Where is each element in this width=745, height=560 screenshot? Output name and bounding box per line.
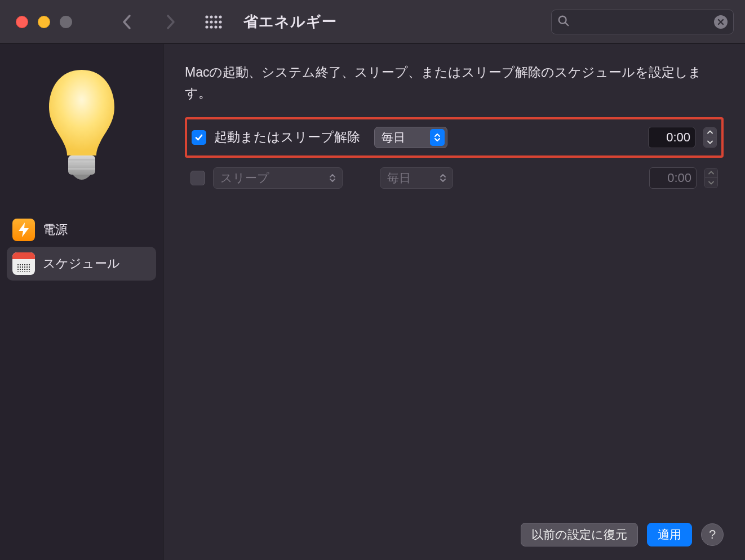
pane-icon <box>0 50 163 207</box>
chevron-down-icon <box>708 181 714 185</box>
time-value: 0:00 <box>667 171 691 185</box>
check-icon <box>194 133 203 142</box>
sidebar-item-power[interactable]: 電源 <box>7 213 156 247</box>
stepper-up-button[interactable] <box>704 128 716 137</box>
chevron-down-icon <box>707 140 713 144</box>
sidebar-item-schedule[interactable]: スケジュール <box>7 247 156 281</box>
svg-point-5 <box>210 20 212 23</box>
page-title: 省エネルギー <box>243 12 551 32</box>
select-caret-icon <box>436 170 450 186</box>
stepper-up-button[interactable] <box>705 168 717 178</box>
calendar-icon <box>12 252 35 275</box>
bolt-icon <box>12 219 35 241</box>
sidebar-item-label: 電源 <box>43 221 68 238</box>
sleep-time-stepper[interactable] <box>704 168 718 188</box>
select-value: 毎日 <box>382 130 405 145</box>
sleep-action-select[interactable]: スリープ <box>213 167 343 189</box>
chevron-left-icon <box>122 14 133 30</box>
grid-icon <box>205 15 224 29</box>
svg-point-6 <box>214 20 217 23</box>
svg-point-2 <box>214 15 217 18</box>
svg-point-11 <box>219 25 221 28</box>
schedule-row-startup: 起動またはスリープ解除 毎日 0:00 <box>185 117 724 158</box>
svg-point-3 <box>219 15 221 18</box>
main-panel: Macの起動、システム終了、スリープ、またはスリープ解除のスケジュールを設定しま… <box>163 44 745 560</box>
svg-point-8 <box>205 25 208 28</box>
apply-button[interactable]: 適用 <box>647 523 692 546</box>
select-caret-icon <box>430 129 445 146</box>
forward-button[interactable] <box>160 12 180 32</box>
stepper-down-button[interactable] <box>704 137 716 147</box>
zoom-window-button[interactable] <box>60 16 72 28</box>
clear-search-button[interactable] <box>714 15 728 29</box>
search-field[interactable] <box>551 10 734 34</box>
minimize-window-button[interactable] <box>38 16 50 28</box>
svg-point-1 <box>210 15 212 18</box>
sidebar-item-label: スケジュール <box>43 255 120 272</box>
svg-point-9 <box>210 25 212 28</box>
sidebar: 電源 スケジュール <box>0 44 163 560</box>
help-button[interactable]: ? <box>701 523 724 546</box>
x-icon <box>717 19 724 25</box>
select-value: スリープ <box>220 170 269 186</box>
startup-checkbox[interactable] <box>192 130 206 145</box>
chevron-up-icon <box>708 171 714 175</box>
restore-defaults-button[interactable]: 以前の設定に復元 <box>521 523 638 546</box>
chevron-right-icon <box>165 14 176 30</box>
sleep-frequency-select[interactable]: 毎日 <box>380 167 453 189</box>
search-input[interactable] <box>574 16 714 28</box>
time-value: 0:00 <box>666 130 690 145</box>
svg-rect-14 <box>68 159 95 161</box>
svg-point-0 <box>205 15 208 18</box>
svg-point-10 <box>214 25 217 28</box>
startup-time-stepper[interactable] <box>703 127 717 148</box>
sleep-time-field[interactable]: 0:00 <box>649 167 697 189</box>
schedule-row-sleep: スリープ 毎日 0:00 <box>185 158 724 198</box>
svg-point-4 <box>205 20 208 23</box>
startup-time-field[interactable]: 0:00 <box>648 127 695 148</box>
svg-rect-16 <box>68 168 95 170</box>
stepper-down-button[interactable] <box>705 177 717 188</box>
select-value: 毎日 <box>387 170 411 186</box>
svg-rect-15 <box>68 163 95 165</box>
select-caret-icon <box>325 170 340 186</box>
svg-point-7 <box>219 20 221 23</box>
show-all-button[interactable] <box>203 15 227 29</box>
startup-label: 起動またはスリープ解除 <box>214 128 366 146</box>
window-controls <box>16 16 72 28</box>
sleep-checkbox[interactable] <box>190 171 205 185</box>
back-button[interactable] <box>117 12 138 32</box>
lightbulb-icon <box>42 66 121 190</box>
search-icon <box>557 15 570 29</box>
close-window-button[interactable] <box>16 16 28 28</box>
panel-description: Macの起動、システム終了、スリープ、またはスリープ解除のスケジュールを設定しま… <box>185 62 724 104</box>
chevron-up-icon <box>707 130 713 134</box>
footer-actions: 以前の設定に復元 適用 ? <box>521 523 724 546</box>
toolbar: 省エネルギー <box>0 0 745 44</box>
startup-frequency-select[interactable]: 毎日 <box>374 127 447 148</box>
